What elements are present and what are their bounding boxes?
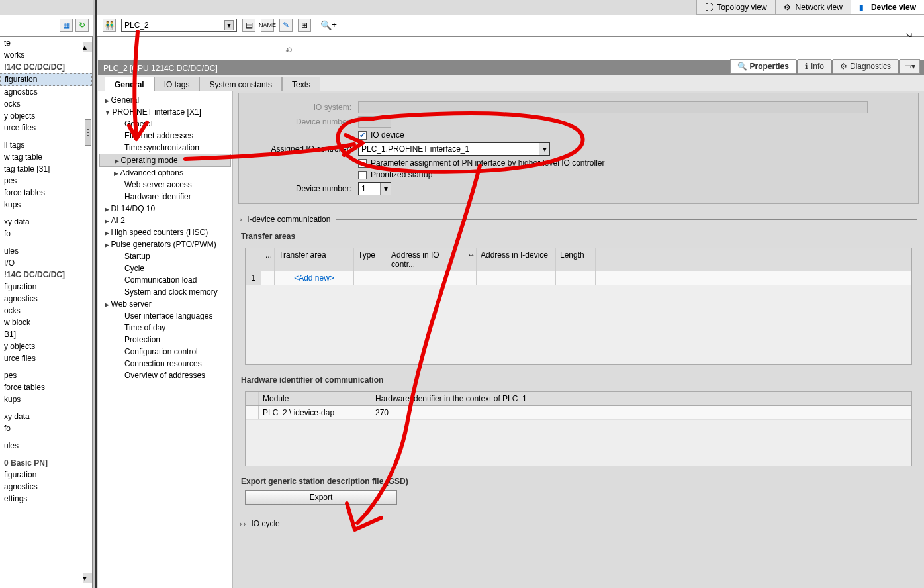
sidebar-item[interactable]: I/O <box>0 257 92 269</box>
sidebar-item[interactable]: pes <box>0 175 92 187</box>
col-type[interactable]: Type <box>354 248 387 271</box>
col-module[interactable]: Module <box>259 392 371 405</box>
device-tree-icon[interactable]: 👬 <box>103 19 116 32</box>
tab-device[interactable]: ▮Device view <box>851 0 924 14</box>
combo-device-number[interactable]: 1 ▾ <box>358 182 391 195</box>
sidebar-item[interactable]: y objects <box>0 110 92 122</box>
refresh-icon[interactable]: ↻ <box>75 19 89 32</box>
checkbox-prioritized[interactable] <box>358 171 367 179</box>
tree-item[interactable]: Overview of addresses <box>99 369 231 381</box>
tree-item[interactable]: Web server <box>99 298 231 310</box>
sidebar-item[interactable]: figuration <box>0 281 92 293</box>
tab-diagnostics[interactable]: ⚙Diagnostics <box>833 59 898 74</box>
sidebar-item[interactable]: 0 Basic PN] <box>0 457 92 469</box>
sidebar-item[interactable]: !14C DC/DC/DC] <box>0 269 92 281</box>
sidebar-item[interactable]: y objects <box>0 340 92 352</box>
tree-item[interactable]: Time of day <box>99 322 231 334</box>
col-dots[interactable]: ... <box>261 248 275 271</box>
tab-properties[interactable]: 🔍Properties <box>730 59 796 74</box>
tab-network[interactable]: ⚙Network view <box>775 0 851 14</box>
col-addr-idev[interactable]: Address in I-device <box>477 248 556 271</box>
sidebar-item[interactable]: ocks <box>0 98 92 110</box>
sidebar-item[interactable]: fo <box>0 422 92 434</box>
sidebar-item[interactable]: agnostics <box>0 481 92 493</box>
ptab-texts[interactable]: Texts <box>282 77 320 91</box>
ptab-iotags[interactable]: IO tags <box>154 77 200 91</box>
tree-item[interactable]: AI 2 <box>99 215 231 226</box>
vertical-splitter[interactable] <box>93 0 97 588</box>
table-row[interactable]: PLC_2 \ idevice-dap 270 <box>246 406 911 420</box>
sidebar-item[interactable]: xy data <box>0 411 92 422</box>
tab-info[interactable]: ℹInfo <box>798 59 831 74</box>
tree-item[interactable]: Startup <box>99 250 231 262</box>
tree-item[interactable]: Configuration control <box>99 346 231 358</box>
sidebar-item[interactable]: ll tags <box>0 139 92 151</box>
sidebar-item[interactable]: urce files <box>0 352 92 364</box>
sidebar-item[interactable]: xy data <box>0 216 92 228</box>
toolbar-icon-3[interactable]: ✎ <box>279 19 293 32</box>
sidebar-item[interactable]: figuration <box>0 469 92 481</box>
tree-item[interactable]: General <box>99 94 231 106</box>
export-button[interactable]: Export <box>245 490 397 505</box>
sidebar-item[interactable]: ocks <box>0 305 92 317</box>
tree-item[interactable]: Hardware identifier <box>99 191 231 203</box>
sidebar-item[interactable]: urce files <box>0 122 92 134</box>
sidebar-item[interactable]: !14C DC/DC/DC] <box>0 61 92 73</box>
tree-item[interactable]: Time synchronization <box>99 142 231 154</box>
tree-item[interactable]: PROFINET interface [X1] <box>99 106 231 118</box>
combo-assigned-controller[interactable]: PLC_1.PROFINET interface_1 ▾ <box>358 142 550 156</box>
sidebar-item[interactable]: force tables <box>0 381 92 393</box>
sidebar-item[interactable]: w block <box>0 317 92 328</box>
sidebar-item[interactable]: tag table [31] <box>0 163 92 175</box>
sidebar-item[interactable]: kups <box>0 199 92 211</box>
ptab-general[interactable]: General <box>105 77 154 91</box>
section-idevice-comm[interactable]: › I-device communication <box>233 211 924 228</box>
splitter-handle-icon[interactable]: ⋮ <box>85 119 91 146</box>
toolbar-icon-2[interactable]: NAME <box>261 19 274 32</box>
tree-item[interactable]: High speed counters (HSC) <box>99 226 231 238</box>
col-hwid[interactable]: Hardware identifier in the context of PL… <box>371 392 911 405</box>
sidebar-item[interactable]: w tag table <box>0 151 92 163</box>
col-length[interactable]: Length <box>556 248 596 271</box>
tree-item[interactable]: Cycle <box>99 262 231 274</box>
tree-item[interactable]: Communication load <box>99 274 231 286</box>
zoom-icon[interactable]: 🔍± <box>320 20 337 30</box>
tree-item[interactable]: Connection resources <box>99 358 231 369</box>
checkbox-param-assign[interactable] <box>358 159 367 168</box>
tree-item[interactable]: Advanced options <box>99 167 231 179</box>
ptab-sysconst[interactable]: System constants <box>199 77 282 91</box>
tree-item[interactable]: Protection <box>99 334 231 346</box>
sidebar-item[interactable]: kups <box>0 393 92 405</box>
grid-icon[interactable]: ▦ <box>60 19 73 32</box>
sidebar-item[interactable]: B1] <box>0 328 92 340</box>
tree-item[interactable]: General <box>99 118 231 130</box>
sidebar-item[interactable]: pes <box>0 369 92 381</box>
tree-item[interactable]: Ethernet addresses <box>99 130 231 142</box>
sidebar-item[interactable]: te <box>0 37 92 49</box>
sidebar-item[interactable]: force tables <box>0 187 92 199</box>
sidebar-item[interactable]: works <box>0 49 92 61</box>
col-area[interactable]: Transfer area <box>275 248 354 271</box>
tree-item[interactable]: System and clock memory <box>99 286 231 298</box>
scroll-down-icon[interactable]: ▾ <box>83 573 92 583</box>
checkbox-io-device[interactable] <box>358 131 367 140</box>
sidebar-item[interactable]: fo <box>0 228 92 240</box>
tree-item[interactable]: DI 14/DQ 10 <box>99 203 231 215</box>
add-new-link[interactable]: <Add new> <box>275 271 354 285</box>
tree-item[interactable]: Web server access <box>99 179 231 191</box>
sidebar-item[interactable]: agnostics <box>0 293 92 305</box>
tab-topology[interactable]: ⛶Topology view <box>696 0 774 14</box>
device-selector[interactable]: PLC_2 ▾ <box>121 19 237 32</box>
sidebar-item[interactable]: figuration <box>0 73 92 86</box>
toolbar-icon-1[interactable]: ▤ <box>242 19 255 32</box>
tab-collapse-icon[interactable]: ▭▾ <box>900 59 920 74</box>
sidebar-item[interactable]: ules <box>0 440 92 452</box>
toolbar-icon-4[interactable]: ⊞ <box>298 19 311 32</box>
sidebar-item[interactable]: agnostics <box>0 86 92 98</box>
col-swap[interactable]: ↔ <box>463 248 477 271</box>
table-row[interactable]: 1 <Add new> <box>246 271 911 285</box>
sidebar-item[interactable]: ules <box>0 245 92 257</box>
tree-item[interactable]: Pulse generators (PTO/PWM) <box>99 238 231 250</box>
section-io-cycle[interactable]: › › IO cycle <box>233 515 924 532</box>
tree-item[interactable]: User interface languages <box>99 310 231 322</box>
